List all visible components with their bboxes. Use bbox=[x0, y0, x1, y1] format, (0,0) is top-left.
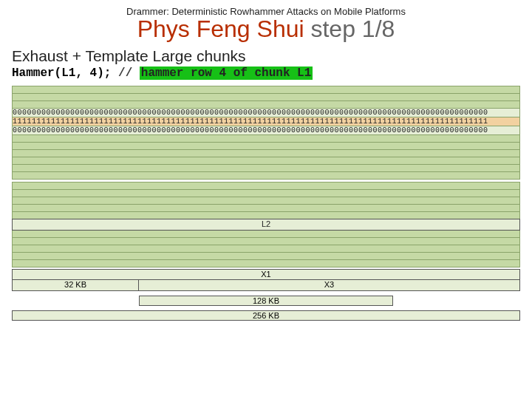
code-comment: hammer row 4 of chunk L1 bbox=[140, 66, 313, 80]
title-main: Phys Feng Shui bbox=[137, 16, 311, 42]
chunk-x1: X1 bbox=[12, 269, 520, 280]
title-step: step 1/8 bbox=[310, 16, 395, 42]
slide-title: Phys Feng Shui step 1/8 bbox=[9, 16, 523, 43]
block-128kb: 128 KB bbox=[139, 296, 393, 306]
code-line: Hammer(L1, 4); // hammer row 4 of chunk … bbox=[12, 66, 523, 80]
chunk-l2-label-row: L2 bbox=[12, 219, 520, 231]
aggressor-row-bottom: 0000000000000000000000000000000000000000… bbox=[12, 126, 520, 135]
subtitle: Exhaust + Template Large chunks bbox=[12, 47, 523, 65]
block-32kb: 32 KB bbox=[12, 279, 139, 291]
aggressor-row-top: 0000000000000000000000000000000000000000… bbox=[12, 108, 520, 117]
chunk-x1-label: X1 bbox=[261, 270, 270, 279]
victim-row: 1111111111111111111111111111111111111111… bbox=[12, 117, 520, 126]
block-256kb: 256 KB bbox=[12, 310, 520, 321]
mem-row bbox=[12, 259, 520, 267]
kb-row: 32 KB X3 bbox=[12, 279, 520, 291]
memory-diagram: 0000000000000000000000000000000000000000… bbox=[12, 86, 520, 321]
comment-slashes: // bbox=[118, 66, 140, 80]
block-x3: X3 bbox=[139, 279, 520, 291]
code-call: Hammer(L1, 4); bbox=[12, 66, 118, 80]
chunk-l2-label: L2 bbox=[13, 219, 519, 228]
